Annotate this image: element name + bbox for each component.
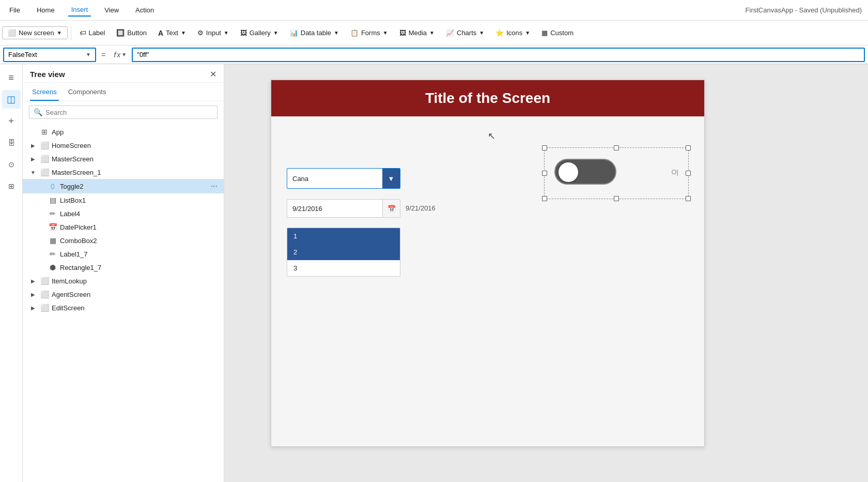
media-label: Media: [409, 29, 427, 37]
new-screen-chevron-icon: ▼: [57, 30, 62, 36]
toolbar-divider-1: [71, 26, 71, 40]
menu-home[interactable]: Home: [34, 4, 58, 16]
handle-bottom-middle[interactable]: [614, 196, 619, 201]
handle-top-left[interactable]: [542, 145, 547, 150]
tree-item-masterscreen-1[interactable]: ▼ ⬜ MasterScreen_1: [23, 165, 224, 179]
new-screen-icon: ⬜: [8, 29, 16, 37]
label1-7-icon: ✏: [48, 250, 58, 258]
tree-item-rectangle1-7[interactable]: ⬢ Rectangle1_7: [23, 261, 224, 274]
text-button[interactable]: A Text ▼: [153, 27, 191, 39]
tree-item-listbox1[interactable]: ▤ ListBox1: [23, 193, 224, 207]
toggle-icon: ⬯: [48, 183, 58, 190]
charts-button[interactable]: 📈 Charts ▼: [441, 27, 489, 39]
icons-button[interactable]: ⭐ Icons ▼: [490, 27, 535, 39]
label-button[interactable]: 🏷 Label: [74, 27, 111, 39]
tree-item-agentscreen[interactable]: ▶ ⬜ AgentScreen: [23, 288, 224, 301]
tree-item-label4[interactable]: ✏ Label4: [23, 207, 224, 220]
hamburger-menu-icon[interactable]: ≡: [2, 68, 21, 87]
handle-middle-left[interactable]: [542, 171, 547, 176]
screen-icon-agentscreen: ⬜: [39, 290, 50, 298]
formula-input[interactable]: [132, 48, 865, 62]
list-item-2[interactable]: 2: [287, 244, 400, 260]
list-box[interactable]: 1 2 3: [287, 228, 400, 277]
tree-item-more-button[interactable]: ···: [211, 182, 218, 191]
formula-name-dropdown-icon[interactable]: ▼: [86, 52, 91, 57]
handle-top-middle[interactable]: [614, 145, 619, 150]
tree-panel: Tree view ✕ Screens Components 🔍 ⊞ App ▶…: [23, 64, 224, 482]
tree-item-label1-7[interactable]: ✏ Label1_7: [23, 247, 224, 261]
tree-item-toggle2[interactable]: ⬯ Toggle2 ···: [23, 179, 224, 193]
list-item-3[interactable]: 3: [287, 260, 400, 276]
combo-box[interactable]: Cana ▼: [287, 168, 400, 189]
tree-item-editscreen[interactable]: ▶ ⬜ EditScreen: [23, 301, 224, 314]
combobox-icon: ▦: [48, 236, 58, 245]
handle-bottom-left[interactable]: [542, 196, 547, 201]
tab-components[interactable]: Components: [66, 85, 109, 101]
custom-icon: ▦: [541, 29, 548, 37]
screen-icon-homescreen: ⬜: [39, 141, 50, 149]
tree-item-label-listbox1: ListBox1: [60, 197, 218, 204]
data-table-button[interactable]: 📊 Data table ▼: [285, 27, 344, 39]
media-icon: 🖼: [399, 29, 406, 37]
formula-name-value: FalseText: [8, 51, 86, 58]
layers-icon[interactable]: ◫: [2, 90, 21, 109]
input-button[interactable]: ⚙ Input ▼: [192, 27, 234, 39]
date-picker-icon-button[interactable]: 📅: [382, 200, 400, 217]
menu-view[interactable]: View: [101, 4, 122, 16]
toggle-selection-area: O|: [544, 147, 689, 199]
main-area: ≡ ◫ + 🗄 ⊙ ⊞ Tree view ✕ Screens Componen…: [0, 64, 868, 482]
gallery-button[interactable]: 🖼 Gallery ▼: [235, 27, 284, 39]
formula-equals: =: [98, 51, 109, 59]
tree-header: Tree view ✕: [23, 64, 224, 83]
text-icon: A: [158, 29, 163, 37]
tree-item-app[interactable]: ⊞ App: [23, 125, 224, 139]
tree-item-label-agentscreen: AgentScreen: [52, 291, 218, 298]
formula-name-field[interactable]: FalseText ▼: [3, 48, 96, 62]
date-picker[interactable]: 9/21/2016 📅: [287, 199, 400, 218]
gallery-label: Gallery: [250, 29, 271, 37]
forms-icon: 📋: [350, 29, 359, 37]
data-table-label: Data table: [301, 29, 331, 37]
add-icon[interactable]: +: [2, 112, 21, 130]
components-icon[interactable]: ⊞: [2, 177, 21, 195]
handle-middle-right[interactable]: [686, 171, 691, 176]
variables-icon[interactable]: ⊙: [2, 155, 21, 174]
search-input[interactable]: [45, 109, 213, 116]
tab-screens[interactable]: Screens: [30, 85, 59, 101]
tree-chevron-itemlookup: ▶: [29, 278, 37, 284]
menu-file[interactable]: File: [6, 4, 23, 16]
new-screen-button[interactable]: ⬜ New screen ▼: [2, 26, 68, 39]
toggle-track[interactable]: [554, 159, 616, 185]
handle-top-right[interactable]: [686, 145, 691, 150]
icons-chevron-icon: ▼: [525, 30, 530, 36]
menu-insert[interactable]: Insert: [68, 4, 91, 17]
toggle-switch[interactable]: [554, 159, 616, 185]
tree-item-datepicker1[interactable]: 📅 DatePicker1: [23, 220, 224, 234]
tree-item-masterscreen[interactable]: ▶ ⬜ MasterScreen: [23, 152, 224, 165]
button-button[interactable]: 🔲 Button: [111, 27, 152, 39]
data-icon[interactable]: 🗄: [2, 133, 21, 152]
gallery-icon: 🖼: [240, 29, 247, 37]
toolbar: ⬜ New screen ▼ 🏷 Label 🔲 Button A Text ▼…: [0, 21, 868, 46]
handle-bottom-right[interactable]: [686, 196, 691, 201]
tree-close-button[interactable]: ✕: [210, 69, 216, 79]
tree-item-itemlookup[interactable]: ▶ ⬜ ItemLookup: [23, 274, 224, 288]
media-button[interactable]: 🖼 Media ▼: [394, 27, 440, 39]
date-display-label: 9/21/2016: [406, 204, 436, 212]
tree-item-label-combobox2: ComboBox2: [60, 237, 218, 245]
tree-item-combobox2[interactable]: ▦ ComboBox2: [23, 234, 224, 247]
data-table-chevron-icon: ▼: [334, 30, 339, 36]
tree-item-homescreen[interactable]: ▶ ⬜ HomeScreen: [23, 139, 224, 152]
list-item-1[interactable]: 1: [287, 228, 400, 244]
formula-fx-button[interactable]: f x ▼: [111, 49, 130, 60]
tree-body: ⊞ App ▶ ⬜ HomeScreen ▶ ⬜ MasterScreen ▼ …: [23, 123, 224, 482]
menu-action[interactable]: Action: [132, 4, 157, 16]
custom-button[interactable]: ▦ Custom: [536, 27, 579, 39]
combo-dropdown-button[interactable]: ▼: [382, 169, 400, 188]
listbox-icon: ▤: [48, 196, 58, 204]
menu-bar: File Home Insert View Action FirstCanvas…: [0, 0, 868, 21]
text-chevron-icon: ▼: [181, 30, 186, 36]
gallery-chevron-icon: ▼: [273, 30, 278, 36]
toggle-thumb: [559, 162, 578, 182]
forms-button[interactable]: 📋 Forms ▼: [345, 27, 393, 39]
